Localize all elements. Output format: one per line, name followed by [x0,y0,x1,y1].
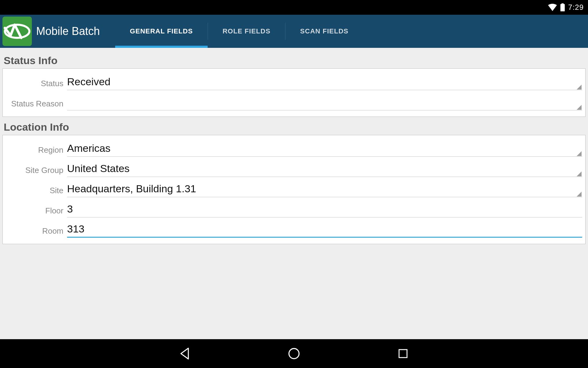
field-value: Headquarters, Building 1.31 [67,180,582,197]
nav-back-button[interactable] [176,345,194,362]
field-label: Site Group [7,166,67,177]
field-row-status-reason: Status Reason [7,93,582,110]
dropdown-caret-icon [577,85,582,90]
region-spinner[interactable]: Americas [67,140,582,157]
content: Status Info Status Received Status Reaso… [0,48,588,244]
floor-input-wrap [67,200,582,217]
wifi-icon [548,4,557,11]
field-value: Americas [67,140,582,157]
dropdown-caret-icon [577,171,582,176]
battery-icon [560,3,565,11]
nav-home-button[interactable] [285,345,303,362]
panel-location-info: Region Americas Site Group United States… [2,135,586,244]
field-value: United States [67,160,582,177]
svg-rect-1 [562,3,564,5]
panel-status-info: Status Received Status Reason [2,68,586,117]
svg-point-3 [289,349,299,359]
field-label: Status [7,79,67,90]
section-title-status-info: Status Info [4,55,586,67]
field-value: Received [67,73,582,90]
field-label: Floor [7,206,67,217]
section-title-location-info: Location Info [4,121,586,133]
dropdown-caret-icon [577,151,582,156]
clock-time: 7:29 [568,3,584,12]
field-label: Region [7,145,67,157]
dropdown-caret-icon [577,192,582,197]
status-reason-spinner[interactable] [67,93,582,110]
field-label: Site [7,186,67,197]
android-status-bar: 7:29 [0,0,588,15]
app-title: Mobile Batch [36,25,100,38]
tab-label: SCAN FIELDS [300,27,349,35]
svg-rect-0 [560,4,565,11]
app-bar: Mobile Batch GENERAL FIELDS ROLE FIELDS … [0,15,588,48]
tab-role-fields[interactable]: ROLE FIELDS [208,15,285,48]
svg-rect-4 [399,350,407,358]
app-logo-icon[interactable] [2,17,32,46]
android-nav-bar [0,339,588,368]
field-row-floor: Floor [7,200,582,217]
status-spinner[interactable]: Received [67,73,582,90]
field-value [67,93,582,110]
nav-recent-apps-button[interactable] [394,345,412,362]
field-row-region: Region Americas [7,140,582,157]
tab-general-fields[interactable]: GENERAL FIELDS [115,15,208,48]
tab-scan-fields[interactable]: SCAN FIELDS [285,15,363,48]
site-group-spinner[interactable]: United States [67,160,582,177]
field-row-room: Room [7,220,582,238]
room-input-wrap [67,220,582,238]
field-row-site-group: Site Group United States [7,160,582,177]
field-label: Status Reason [7,99,67,110]
room-input[interactable] [67,220,582,238]
site-spinner[interactable]: Headquarters, Building 1.31 [67,180,582,197]
tab-label: GENERAL FIELDS [130,27,193,35]
tabs: GENERAL FIELDS ROLE FIELDS SCAN FIELDS [115,15,363,48]
dropdown-caret-icon [577,105,582,110]
field-label: Room [7,226,67,238]
floor-input[interactable] [67,200,582,217]
field-row-status: Status Received [7,73,582,90]
tab-label: ROLE FIELDS [223,27,270,35]
field-row-site: Site Headquarters, Building 1.31 [7,180,582,197]
